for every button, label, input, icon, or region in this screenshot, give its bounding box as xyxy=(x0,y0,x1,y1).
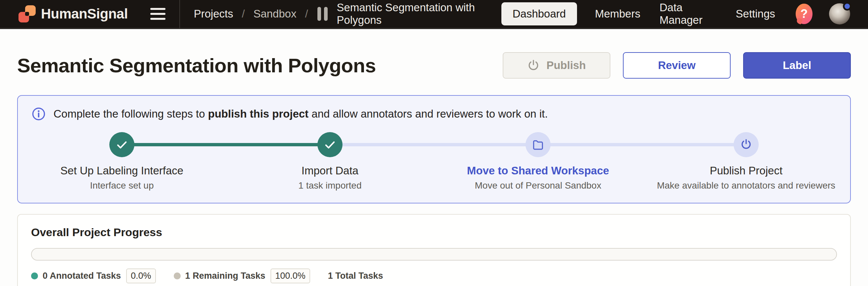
legend-label: 0 Annotated Tasks xyxy=(42,271,121,281)
annotated-dot xyxy=(31,273,38,279)
progress-card-title: Overall Project Progress xyxy=(31,226,837,239)
step-link-move-to-shared-workspace[interactable]: Move to Shared Workspace xyxy=(467,164,609,177)
brand-name: HumanSignal xyxy=(41,6,128,22)
label-button[interactable]: Label xyxy=(743,52,851,78)
review-button-label: Review xyxy=(658,59,695,72)
legend-label: 1 Total Tasks xyxy=(328,271,383,281)
breadcrumb-separator: / xyxy=(305,8,308,20)
step-move-to-shared-workspace: Move to Shared Workspace Move out of Per… xyxy=(434,132,642,191)
step-publish-project: Publish Project Make available to annota… xyxy=(642,132,850,191)
tab-members[interactable]: Members xyxy=(593,2,642,25)
power-icon xyxy=(527,59,540,72)
header-actions: Publish Review Label xyxy=(503,52,851,78)
publish-stepper: Set Up Labeling Interface Interface set … xyxy=(18,132,850,191)
legend-annotated-tasks: 0 Annotated Tasks 0.0% xyxy=(31,268,156,283)
progress-legend: 0 Annotated Tasks 0.0% 1 Remaining Tasks… xyxy=(31,268,837,283)
main-navbar: HumanSignal Projects / Sandbox / Semanti… xyxy=(0,0,868,29)
step-title: Publish Project xyxy=(710,164,782,177)
step-circle-done xyxy=(317,132,342,157)
breadcrumb-projects[interactable]: Projects xyxy=(194,8,233,20)
publish-button[interactable]: Publish xyxy=(503,52,610,78)
legend-total-tasks: 1 Total Tasks xyxy=(328,271,383,281)
progress-bar xyxy=(31,248,837,261)
remaining-dot xyxy=(174,273,181,279)
step-circle-done xyxy=(109,132,134,157)
step-title: Import Data xyxy=(302,164,359,177)
page-title: Semantic Segmentation with Polygons xyxy=(17,54,376,77)
step-subtitle: Move out of Personal Sandbox xyxy=(475,180,601,191)
step-title: Set Up Labeling Interface xyxy=(60,164,183,177)
step-circle-todo xyxy=(526,132,551,157)
label-button-label: Label xyxy=(783,59,811,72)
annotated-percent-badge: 0.0% xyxy=(126,268,156,283)
folder-icon xyxy=(531,138,545,151)
breadcrumb-separator: / xyxy=(242,8,245,20)
step-circle-todo xyxy=(734,132,759,157)
hamburger-menu-icon[interactable] xyxy=(150,6,166,22)
step-subtitle: Make available to annotators and reviewe… xyxy=(657,180,835,191)
help-icon[interactable]: ? xyxy=(796,4,812,24)
tab-data-manager[interactable]: Data Manager xyxy=(658,0,718,32)
main-content: Semantic Segmentation with Polygons Publ… xyxy=(0,52,868,286)
humansignal-logo[interactable]: HumanSignal xyxy=(19,5,128,23)
banner-message: Complete the following steps to publish … xyxy=(54,108,548,120)
tab-settings[interactable]: Settings xyxy=(735,2,776,25)
pause-icon xyxy=(317,7,328,21)
online-status-dot xyxy=(843,2,851,10)
check-icon xyxy=(115,138,129,152)
remaining-percent-badge: 100.0% xyxy=(271,268,310,283)
info-icon xyxy=(32,107,45,121)
check-icon xyxy=(323,138,337,152)
review-button[interactable]: Review xyxy=(623,52,731,78)
user-avatar[interactable] xyxy=(829,3,850,25)
legend-label: 1 Remaining Tasks xyxy=(185,271,266,281)
power-icon xyxy=(740,138,753,151)
overall-progress-card: Overall Project Progress 0 Annotated Tas… xyxy=(17,214,851,286)
tab-dashboard[interactable]: Dashboard xyxy=(501,2,577,25)
step-subtitle: 1 task imported xyxy=(298,180,361,191)
step-import-data: Import Data 1 task imported xyxy=(226,132,434,191)
breadcrumb: Projects / Sandbox / Semantic Segmentati… xyxy=(194,1,501,26)
humansignal-logo-icon xyxy=(19,5,36,23)
breadcrumb-workspace[interactable]: Sandbox xyxy=(253,8,296,20)
publish-button-label: Publish xyxy=(546,59,586,72)
publish-steps-banner: Complete the following steps to publish … xyxy=(17,95,851,203)
step-setup-labeling-interface: Set Up Labeling Interface Interface set … xyxy=(18,132,226,191)
navbar-divider xyxy=(179,0,180,28)
help-question-mark: ? xyxy=(800,7,808,21)
step-subtitle: Interface set up xyxy=(90,180,154,191)
breadcrumb-current-project: Semantic Segmentation with Polygons xyxy=(337,1,501,26)
legend-remaining-tasks: 1 Remaining Tasks 100.0% xyxy=(174,268,310,283)
